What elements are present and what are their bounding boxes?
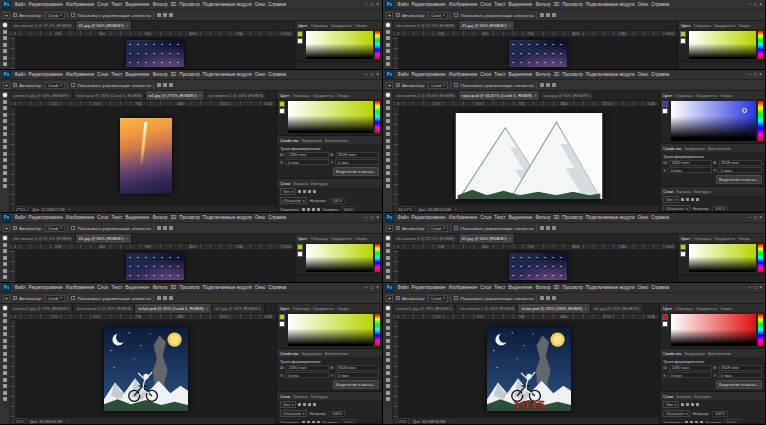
brush-tool-icon[interactable]	[3, 69, 7, 70]
menu-item[interactable]: Подключаемые модули	[584, 2, 636, 7]
menu-item[interactable]: Просмотр	[561, 72, 585, 77]
align-right-icon[interactable]	[169, 83, 173, 87]
hue-slider[interactable]	[758, 244, 763, 272]
target-layer-select[interactable]: Слой▾	[428, 82, 448, 89]
document-tab[interactable]: contact1.jpg @ 33% (RGB/8#)	[10, 304, 73, 313]
autoselect-checkbox[interactable]: ✓	[396, 296, 400, 300]
menu-item[interactable]: Слои	[96, 215, 110, 220]
eyedropper-tool-icon[interactable]	[3, 269, 7, 273]
eraser-tool-icon[interactable]	[386, 152, 390, 156]
document-tab[interactable]: ticket.psd @ 25% (Слой 1, RGB/8)×	[135, 304, 212, 313]
show-controls-checkbox[interactable]	[454, 226, 458, 230]
align-right-icon[interactable]	[552, 296, 556, 300]
menu-item[interactable]: Файл	[396, 2, 410, 7]
menu-item[interactable]: Просмотр	[178, 285, 202, 290]
align-center-icon[interactable]	[546, 226, 550, 230]
menu-item[interactable]: 3D	[552, 285, 561, 290]
properties-tab[interactable]: Свойства	[280, 138, 298, 143]
move-tool-icon[interactable]	[386, 93, 390, 97]
field-value[interactable]: 0 пикс	[285, 159, 328, 165]
lock-all-icon[interactable]	[700, 421, 703, 424]
document-tab[interactable]: contact1.jpg @ 33% (RGB/8#)	[393, 304, 456, 313]
hue-slider[interactable]	[375, 101, 380, 133]
align-left-icon[interactable]	[540, 83, 544, 87]
foreground-color-swatch[interactable]	[297, 31, 303, 37]
minimize-button[interactable]: –	[365, 72, 368, 77]
brush-tool-icon[interactable]	[386, 139, 390, 143]
opacity-value[interactable]: 100%	[712, 411, 727, 417]
eyedropper-tool-icon[interactable]	[3, 56, 7, 60]
minimize-button[interactable]: –	[748, 215, 751, 220]
menu-item[interactable]: Текст	[110, 2, 124, 7]
foreground-color-swatch[interactable]	[680, 244, 686, 250]
align-center-icon[interactable]	[163, 13, 167, 17]
menu-item[interactable]: 3D	[552, 72, 561, 77]
align-right-icon[interactable]	[552, 226, 556, 230]
foreground-color-swatch[interactable]	[297, 244, 303, 250]
align-left-icon[interactable]	[540, 226, 544, 230]
lock-position-icon[interactable]	[312, 208, 315, 211]
photoshop-logo-icon[interactable]: Ps	[385, 1, 394, 9]
menu-item[interactable]: Редактирование	[410, 72, 447, 77]
align-left-icon[interactable]	[540, 296, 544, 300]
color-field[interactable]	[689, 244, 756, 272]
minimize-button[interactable]: –	[365, 285, 368, 290]
color-panel-tab[interactable]: Узоры	[720, 93, 732, 98]
menu-item[interactable]: Изображение	[447, 72, 478, 77]
field-value[interactable]: 3508 пикс	[336, 365, 379, 371]
blend-mode-select[interactable]: Обычные▾	[280, 197, 307, 204]
menu-item[interactable]: Справка	[650, 215, 671, 220]
menu-item[interactable]: Справка	[267, 72, 288, 77]
layers-tab[interactable]: Каналы	[293, 394, 308, 399]
marquee-tool-icon[interactable]	[386, 100, 390, 104]
hue-slider[interactable]	[758, 31, 763, 59]
healing-brush-tool-icon[interactable]	[3, 62, 7, 66]
color-panel-tab[interactable]: Градиенты	[714, 236, 735, 241]
gradient-tool-icon[interactable]	[386, 158, 390, 162]
crop-tool-icon[interactable]	[3, 262, 7, 266]
foreground-color-swatch[interactable]	[662, 101, 668, 107]
color-panel-tab[interactable]: Образцы	[675, 306, 693, 311]
target-layer-select[interactable]: Слой▾	[45, 225, 65, 232]
align-center-icon[interactable]	[163, 226, 167, 230]
healing-brush-tool-icon[interactable]	[386, 345, 390, 349]
autoselect-checkbox[interactable]: ✓	[396, 226, 400, 230]
tab-close-icon[interactable]: ×	[206, 306, 208, 311]
color-panel-tab[interactable]: Узоры	[337, 93, 349, 98]
color-panel-tab[interactable]: Узоры	[337, 306, 349, 311]
menu-item[interactable]: Просмотр	[561, 215, 585, 220]
menu-item[interactable]: Просмотр	[178, 2, 202, 7]
menu-item[interactable]: Подключаемые модули	[201, 215, 253, 220]
document-tab[interactable]: пик.jpg @ 50% (RGB/8#)	[540, 91, 594, 100]
filter-type-select[interactable]: Тип▾	[280, 188, 296, 195]
properties-tab[interactable]: Библиотеки	[708, 146, 731, 151]
marquee-tool-icon[interactable]	[3, 243, 7, 247]
brush-tool-icon[interactable]	[3, 139, 7, 143]
filter-pixel-layer-icon[interactable]	[298, 403, 301, 406]
background-color-swatch[interactable]	[680, 38, 686, 44]
color-field[interactable]	[671, 314, 756, 346]
move-tool-icon[interactable]	[3, 306, 7, 310]
menu-item[interactable]: Текст	[493, 215, 507, 220]
blend-mode-select[interactable]: Обычные▾	[663, 410, 690, 417]
properties-tab[interactable]: Коррекция	[684, 146, 705, 151]
document-tab[interactable]: без имени-1 @ 33,3% (RGB/8)	[393, 91, 459, 100]
move-tool-icon[interactable]	[386, 23, 390, 27]
menu-item[interactable]: Редактирование	[27, 2, 64, 7]
maximize-button[interactable]: □	[371, 2, 374, 7]
menu-item[interactable]: Просмотр	[178, 72, 202, 77]
align-right-icon[interactable]	[169, 226, 173, 230]
move-tool-icon[interactable]	[3, 23, 7, 27]
filter-adjustment-layer-icon[interactable]	[686, 198, 689, 201]
eyedropper-tool-icon[interactable]	[386, 339, 390, 343]
background-color-swatch[interactable]	[297, 251, 303, 257]
lasso-tool-icon[interactable]	[3, 319, 7, 323]
menu-item[interactable]: Подключаемые модули	[201, 72, 253, 77]
hue-slider[interactable]	[375, 244, 380, 272]
align-center-icon[interactable]	[163, 83, 167, 87]
photoshop-logo-icon[interactable]: Ps	[2, 214, 11, 222]
zoom-tool-icon[interactable]	[386, 184, 390, 188]
menu-item[interactable]: Фильтр	[151, 285, 169, 290]
canvas-area[interactable]	[399, 107, 659, 205]
properties-tab[interactable]: Коррекция	[301, 351, 322, 356]
